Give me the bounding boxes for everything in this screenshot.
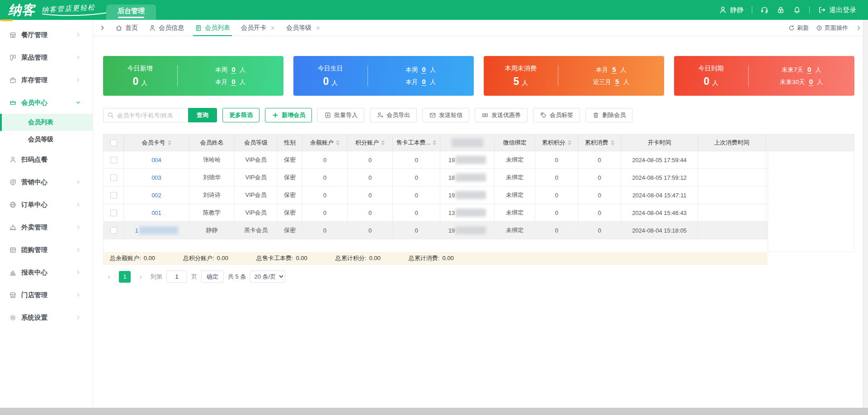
- sort-arrows-icon[interactable]: [381, 140, 385, 145]
- search-button[interactable]: 查询: [188, 108, 217, 122]
- current-page-button[interactable]: 1: [119, 271, 131, 283]
- more-filter-button[interactable]: 更多筛选: [222, 108, 259, 122]
- sidebar-item-takeout[interactable]: 外卖管理: [0, 216, 93, 238]
- close-icon[interactable]: ✕: [270, 25, 275, 32]
- search-input[interactable]: [117, 112, 184, 119]
- column-header-card_no[interactable]: 会员卡号: [124, 135, 189, 151]
- topbar: 纳客 纳客管店更轻松 后台管理 静静 退出登录: [0, 0, 868, 20]
- cell-value: 未绑定: [506, 191, 524, 199]
- send-coupon-button[interactable]: 发送优惠券: [475, 108, 528, 122]
- cell-value: 未绑定: [506, 226, 524, 234]
- summary-item: 总累计积分:0.00: [335, 254, 381, 262]
- select-all-checkbox[interactable]: [110, 140, 117, 146]
- sort-arrows-icon[interactable]: [336, 140, 340, 145]
- goto-confirm-button[interactable]: 确定: [201, 270, 224, 283]
- member-card-link[interactable]: 004: [151, 157, 161, 163]
- row-checkbox[interactable]: [110, 192, 117, 199]
- cell-open_time: 2024-08-04 15:46:43: [621, 204, 698, 221]
- row-checkbox[interactable]: [110, 210, 117, 216]
- cell-value: 0: [368, 157, 372, 163]
- prev-page-button[interactable]: ‹: [103, 271, 115, 283]
- headset-icon[interactable]: [760, 6, 769, 14]
- row-checkbox[interactable]: [110, 227, 117, 234]
- scrollbar-track[interactable]: [863, 20, 868, 408]
- cell-gender: 保密: [278, 222, 302, 239]
- member-export-button[interactable]: 会员导出: [370, 108, 417, 122]
- current-user[interactable]: 静静: [719, 6, 744, 14]
- member-card-link[interactable]: 001: [151, 210, 161, 216]
- sidebar-subitem-member-list[interactable]: 会员列表: [0, 114, 93, 131]
- summary-item: 总积分账户:0.00: [183, 254, 228, 262]
- import-icon: [324, 112, 331, 119]
- sidebar-item-scan-order[interactable]: 扫码点餐: [0, 148, 93, 171]
- tab-member-info[interactable]: 会员信息: [143, 20, 189, 36]
- tab-member-list[interactable]: 会员列表: [189, 20, 236, 36]
- refresh-button[interactable]: 刷新: [788, 24, 809, 32]
- cell-card_no: 003: [124, 169, 189, 186]
- column-header-balance[interactable]: 余额账户: [302, 135, 348, 151]
- column-header-total_spend[interactable]: 累积消费: [578, 135, 621, 151]
- sidebar-item-inventory[interactable]: 库存管理: [0, 69, 93, 91]
- card-sub-stat: 未来30天0人: [780, 78, 823, 86]
- sort-arrows-icon[interactable]: [168, 140, 171, 145]
- member-card-link[interactable]: 002: [151, 192, 161, 199]
- row-checkbox[interactable]: [110, 174, 117, 181]
- cell-card_fee: 0: [393, 169, 440, 186]
- cell-value: 0: [598, 157, 601, 163]
- cell-total_spend: 0: [578, 169, 621, 186]
- cell-value: 刘诗诗: [203, 191, 221, 199]
- sidebar-subitem-member-level[interactable]: 会员等级: [0, 131, 93, 148]
- sidebar-item-marketing[interactable]: 营销中心: [0, 171, 93, 193]
- sidebar-item-groupbuy[interactable]: 团购管理: [0, 238, 93, 261]
- page-size-select[interactable]: 20 条/页: [250, 270, 285, 283]
- column-header-points[interactable]: 积分账户: [348, 135, 393, 151]
- sidebar-collapse-toggle[interactable]: [99, 25, 105, 31]
- send-sms-button[interactable]: 发送短信: [422, 108, 469, 122]
- bell-icon[interactable]: [793, 6, 801, 14]
- table-row[interactable]: 001陈教学VIP会员保密00013未绑定002024-08-04 15:46:…: [104, 204, 768, 222]
- chevron-right-icon: [75, 32, 81, 37]
- delete-member-button[interactable]: 删除会员: [585, 108, 632, 122]
- redacted-column-header: [452, 138, 483, 147]
- row-checkbox[interactable]: [110, 157, 117, 163]
- member-card-link[interactable]: 003: [151, 174, 161, 181]
- sidebar-item-dishes[interactable]: 菜品管理: [0, 46, 93, 69]
- sort-arrows-icon[interactable]: [433, 140, 436, 145]
- goto-page-input[interactable]: [166, 270, 187, 283]
- column-header-card_fee[interactable]: 售卡工本费...: [393, 135, 440, 151]
- member-tag-button[interactable]: 会员标签: [533, 108, 580, 122]
- search-icon: [107, 112, 114, 119]
- sidebar-item-stores[interactable]: 门店管理: [0, 284, 93, 306]
- batch-import-button[interactable]: 批量导入: [317, 108, 364, 122]
- sidebar-item-restaurant[interactable]: 餐厅管理: [0, 23, 93, 46]
- sidebar-item-reports[interactable]: 报表中心: [0, 261, 93, 284]
- sidebar-item-order-center[interactable]: 订单中心: [0, 193, 93, 216]
- table-row[interactable]: 004张哈哈VIP会员保密00019未绑定002024-08-05 17:59:…: [104, 151, 768, 169]
- logout-button[interactable]: 退出登录: [818, 6, 856, 14]
- page-operations-button[interactable]: 页面操作: [816, 24, 848, 32]
- tab-member-level[interactable]: 会员等级✕: [281, 20, 326, 36]
- more-actions-chevron-icon[interactable]: [855, 25, 862, 31]
- close-icon[interactable]: ✕: [316, 25, 321, 32]
- sidebar-item-settings[interactable]: 系统设置: [0, 306, 93, 329]
- sidebar-item-member-center[interactable]: 会员中心: [0, 91, 93, 114]
- sort-arrows-icon[interactable]: [611, 140, 614, 145]
- add-member-button[interactable]: 新增会员: [265, 108, 312, 122]
- lock-icon[interactable]: [777, 6, 785, 14]
- table-row[interactable]: 003刘德华VIP会员保密00018未绑定002024-08-05 17:59:…: [104, 169, 768, 187]
- tab-member-open-card[interactable]: 会员开卡✕: [236, 20, 281, 36]
- cell-value: 0: [323, 210, 326, 216]
- column-label: 微信绑定: [503, 139, 527, 147]
- member-card-link[interactable]: 1: [135, 227, 138, 234]
- column-header-total_points[interactable]: 累积积分: [535, 135, 578, 151]
- column-header-checkbox[interactable]: [104, 135, 124, 151]
- chevron-right-icon: [75, 247, 81, 252]
- sidebar-subitem-label: 会员列表: [28, 118, 53, 126]
- table-row[interactable]: 002刘诗诗VIP会员保密00019未绑定002024-08-04 15:47:…: [104, 187, 768, 204]
- cell-wechat: 未绑定: [495, 204, 535, 221]
- table-row[interactable]: 1静静黑卡会员保密00019未绑定002024-08-04 15:18:05: [104, 222, 768, 239]
- tab-home[interactable]: 首页: [110, 20, 143, 36]
- sort-arrows-icon[interactable]: [568, 140, 571, 145]
- nav-tab-backend-admin[interactable]: 后台管理: [106, 5, 156, 20]
- next-page-button[interactable]: ›: [135, 271, 146, 283]
